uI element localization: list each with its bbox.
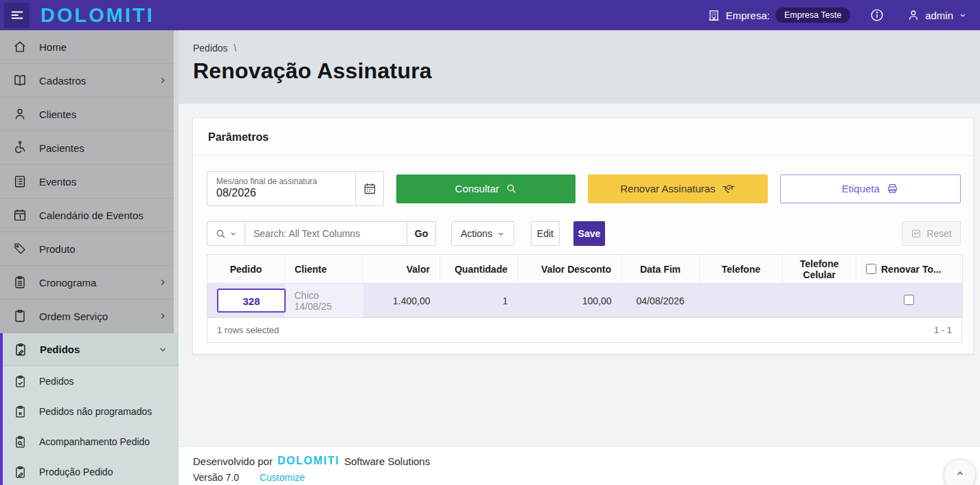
column-header-pedido[interactable]: Pedido [207, 255, 285, 284]
clipboard-pencil-icon [13, 465, 27, 480]
software-solutions-text: Software Solutions [344, 455, 430, 467]
chevron-right-icon [158, 278, 168, 287]
printer-icon [886, 182, 899, 195]
sidebar-subitem-pedidos-nao-programados[interactable]: Pedidos não programados [3, 396, 179, 427]
wheelchair-icon [12, 140, 27, 155]
sidebar-subitem-producao-pedido[interactable]: Produção Pedido [3, 457, 179, 485]
reset-icon [911, 228, 922, 239]
select-all-checkbox[interactable] [866, 264, 876, 274]
sidebar-item-produto[interactable]: Produto [0, 232, 179, 266]
company-badge[interactable]: Empresa Teste [775, 8, 850, 23]
clipboard-x-icon [13, 405, 27, 419]
page-header: Pedidos \ Renovação Assinatura [179, 30, 980, 104]
cell-valor[interactable]: 1.400,00 [363, 284, 440, 318]
main-content: Pedidos \ Renovação Assinatura Parâmetro… [179, 30, 980, 485]
customize-link[interactable]: Customize [260, 472, 305, 483]
column-header-quantidade[interactable]: Quantidade [440, 255, 518, 284]
date-field-text[interactable]: Mes/ano final de assinatura 08/2026 [207, 172, 355, 205]
sidebar-item-clientes[interactable]: Clientes [0, 98, 179, 131]
footer-logo: DOLOMITI [277, 455, 339, 467]
chevron-down-icon [497, 230, 505, 238]
version-text: Versão 7.0 [193, 472, 239, 483]
column-header-telefone[interactable]: Telefone [700, 255, 783, 284]
app-logo[interactable]: DOLOMITI [41, 4, 155, 27]
clipboard-icon [12, 308, 27, 324]
topbar: DOLOMITI Empresa: Empresa Teste [0, 0, 980, 30]
sidebar-item-eventos[interactable]: Eventos [0, 165, 179, 199]
cell-telefone-celular[interactable] [783, 284, 856, 318]
card-title: Parâmetros [193, 118, 973, 156]
sidebar-subitem-acompanhamento-pedido[interactable]: Acompanhamento Pedido [3, 427, 179, 457]
renovar-assinaturas-button[interactable]: Renovar Assinaturas [588, 174, 767, 203]
book-icon [12, 73, 27, 88]
save-button[interactable]: Save [573, 221, 605, 246]
chevron-down-icon [229, 230, 237, 238]
consultar-button[interactable]: Consultar [396, 174, 576, 203]
go-button[interactable]: Go [407, 221, 436, 246]
username: admin [925, 10, 953, 21]
column-header-telefone-celular[interactable]: Telefone Celular [783, 255, 856, 284]
sidebar-item-pacientes[interactable]: Pacientes [0, 131, 179, 165]
rows-selected-status: 1 rows selected [217, 325, 279, 335]
sidebar-subitem-pedidos[interactable]: Pedidos [3, 366, 179, 396]
column-header-renovar-todos: Renovar To... [856, 255, 963, 284]
parameters-card: Parâmetros Mes/ano final de assinatura 0… [192, 117, 974, 354]
cell-data-fim[interactable]: 04/08/2026 [622, 284, 700, 318]
grid-footer: 1 rows selected 1 - 1 [207, 318, 962, 343]
hamburger-menu-button[interactable] [4, 3, 30, 28]
search-icon [215, 228, 227, 240]
reset-button: Reset [902, 221, 961, 246]
breadcrumb-pedidos[interactable]: Pedidos [193, 43, 228, 54]
sidebar: Home Cadastros Clientes [0, 30, 179, 485]
column-header-valor-desconto[interactable]: Valor Desconto [518, 255, 622, 284]
pedido-link[interactable]: 328 [217, 289, 286, 313]
sidebar-item-cadastros[interactable]: Cadastros [0, 64, 179, 98]
sidebar-scrollbar[interactable] [174, 30, 179, 334]
date-field: Mes/ano final de assinatura 08/2026 [207, 171, 384, 206]
actions-button[interactable]: Actions [451, 221, 514, 246]
breadcrumb-separator: \ [233, 43, 236, 54]
sidebar-item-ordem-servico[interactable]: Ordem Serviço [0, 300, 179, 333]
grid-header-row: Pedido Cliente Valor Quantidade Valor De… [207, 255, 963, 284]
developed-by-text: Desenvolvido por [193, 455, 273, 467]
search-input[interactable] [245, 221, 407, 246]
column-header-valor[interactable]: Valor [363, 255, 440, 284]
chevron-up-icon [955, 460, 966, 479]
sidebar-item-home[interactable]: Home [0, 30, 179, 64]
app-window: DOLOMITI Empresa: Empresa Teste [0, 0, 980, 485]
handshake-icon [722, 182, 736, 196]
cell-renovar [856, 284, 963, 318]
chevron-right-icon [158, 311, 168, 321]
company-label: Empresa: [726, 10, 770, 21]
cell-valor-desconto[interactable]: 100,00 [518, 284, 622, 318]
search-icon [505, 183, 517, 194]
user-menu[interactable]: admin [907, 8, 968, 22]
sidebar-item-pedidos[interactable]: Pedidos [3, 333, 179, 366]
sidebar-item-cronograma[interactable]: Cronograma [0, 266, 179, 300]
edit-button[interactable]: Edit [531, 221, 560, 246]
sidebar-item-calendario-de-eventos[interactable]: Calendário de Eventos [0, 199, 179, 232]
site-footer: Desenvolvido por DOLOMITI Software Solut… [179, 446, 980, 485]
cell-quantidade[interactable]: 1 [440, 284, 518, 318]
column-header-data-fim[interactable]: Data Fim [622, 255, 700, 284]
user-icon [907, 8, 920, 22]
renovar-row-checkbox[interactable] [904, 295, 914, 305]
date-field-label: Mes/ano final de assinatura [216, 177, 355, 186]
column-header-cliente[interactable]: Cliente [285, 255, 363, 284]
cell-pedido: 328 [207, 284, 285, 318]
sidebar-active-group: Pedidos Pedidos [0, 333, 179, 485]
cell-cliente[interactable]: Chico 14/08/25 [285, 284, 363, 318]
list-icon [12, 174, 27, 189]
etiqueta-button[interactable]: Etiqueta [780, 174, 961, 203]
info-icon [869, 8, 885, 23]
tag-icon [12, 241, 27, 256]
info-button[interactable] [869, 8, 885, 23]
home-icon [12, 39, 27, 54]
hamburger-icon [10, 8, 25, 23]
cell-telefone[interactable] [700, 284, 783, 318]
clipboard-check-icon [13, 374, 27, 389]
search-scope-button[interactable] [207, 221, 245, 246]
clipboard-pencil-icon [13, 342, 28, 357]
date-picker-button[interactable] [355, 172, 383, 205]
calendar-picker-icon [363, 181, 377, 196]
